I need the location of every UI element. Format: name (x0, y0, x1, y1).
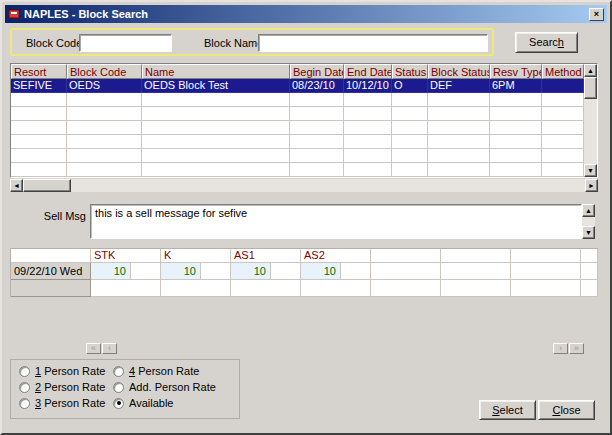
rate-cell-as1[interactable]: 10 (231, 263, 301, 280)
radio-3-person-rate[interactable]: 3 Person Rate (19, 397, 105, 409)
result-cell-block-status: DEF (428, 79, 490, 93)
column-header-name[interactable]: Name (142, 64, 290, 79)
scroll-track[interactable] (584, 99, 597, 164)
rate-cell-empty[interactable] (161, 280, 231, 297)
close-window-button[interactable]: × (589, 8, 604, 21)
rate-column-header-k[interactable]: K (161, 249, 231, 263)
result-cell-method (542, 79, 584, 93)
rate-column-header-as2[interactable]: AS2 (301, 249, 371, 263)
results-grid-header: Resort Block Code Name Begin Date End Da… (11, 64, 584, 79)
search-panel: Block Code Block Name (10, 28, 494, 56)
rate-cell-empty[interactable] (371, 263, 441, 280)
grid-cell (428, 149, 490, 163)
radio-available[interactable]: Available (113, 397, 173, 409)
results-grid: Resort Block Code Name Begin Date End Da… (10, 63, 598, 178)
scroll-thumb[interactable] (23, 179, 71, 192)
grid-cell (344, 93, 392, 107)
result-row[interactable] (11, 107, 584, 121)
rate-cell-empty[interactable] (581, 280, 598, 297)
sell-msg-textarea[interactable]: this is a sell message for sefive (90, 204, 582, 239)
scroll-track[interactable] (582, 217, 595, 226)
rate-cell-empty[interactable] (301, 280, 371, 297)
scroll-down-button[interactable]: ▼ (584, 164, 597, 177)
result-cell-resv-type: 6PM (490, 79, 542, 93)
column-header-resort[interactable]: Resort (11, 64, 67, 79)
rate-cell-empty[interactable] (91, 280, 161, 297)
column-header-block-status[interactable]: Block Status (428, 64, 490, 79)
pager-next-button[interactable]: › (553, 343, 568, 354)
pager-prev-button[interactable]: ‹ (102, 343, 117, 354)
block-code-label: Block Code (26, 37, 82, 49)
rate-cell-empty[interactable] (511, 263, 581, 280)
column-header-end-date[interactable]: End Date (344, 64, 392, 79)
scroll-right-button[interactable]: ► (585, 179, 598, 192)
column-header-resv-type[interactable]: Resv Type (490, 64, 542, 79)
app-icon (8, 8, 20, 20)
result-row[interactable] (11, 163, 584, 177)
rate-column-header-as1[interactable]: AS1 (231, 249, 301, 263)
close-button[interactable]: Close (538, 400, 595, 420)
results-grid-horizontal-scrollbar[interactable]: ◄ ► (10, 179, 598, 192)
rate-column-header-stk[interactable]: STK (91, 249, 161, 263)
search-button[interactable]: Search (515, 32, 578, 53)
scroll-thumb[interactable] (584, 77, 597, 99)
results-grid-vertical-scrollbar[interactable]: ▲ ▼ (584, 64, 597, 177)
select-button[interactable]: Select (479, 400, 536, 420)
grid-cell (490, 121, 542, 135)
radio-icon (19, 366, 30, 377)
grid-cell (392, 149, 428, 163)
block-name-input[interactable] (258, 34, 488, 52)
radio-2-person-rate[interactable]: 2 Person Rate (19, 381, 105, 393)
block-code-input[interactable] (79, 34, 172, 52)
radio-1-person-rate[interactable]: 1 Person Rate (19, 365, 105, 377)
rate-cell-k[interactable]: 10 (161, 263, 231, 280)
radio-4-person-rate[interactable]: 4 Person Rate (113, 365, 199, 377)
grid-cell (490, 163, 542, 177)
rate-value: 10 (231, 263, 271, 279)
grid-cell (11, 107, 67, 121)
radio-add-person-rate[interactable]: Add. Person Rate (113, 381, 216, 393)
rate-cell-stk[interactable]: 10 (91, 263, 161, 280)
sell-msg-scrollbar[interactable]: ▲ ▼ (582, 204, 595, 239)
rate-row-label: 09/22/10 Wed (11, 263, 91, 280)
grid-cell (142, 107, 290, 121)
result-row[interactable] (11, 121, 584, 135)
rate-cell-empty[interactable] (371, 280, 441, 297)
grid-cell (490, 107, 542, 121)
grid-cell (344, 149, 392, 163)
scroll-up-button[interactable]: ▲ (582, 204, 595, 217)
grid-cell (392, 163, 428, 177)
grid-cell (428, 93, 490, 107)
radio-icon (19, 398, 30, 409)
scroll-left-button[interactable]: ◄ (10, 179, 23, 192)
result-row[interactable] (11, 149, 584, 163)
column-header-block-code[interactable]: Block Code (67, 64, 142, 79)
title-bar[interactable]: NAPLES - Block Search × (5, 5, 607, 23)
scroll-down-button[interactable]: ▼ (582, 226, 595, 239)
rate-cell-empty[interactable] (581, 263, 598, 280)
rate-column-header-empty (581, 249, 598, 263)
result-row[interactable] (11, 93, 584, 107)
result-row-selected[interactable]: SEFIVE OEDS OEDS Block Test 08/23/10 10/… (11, 79, 584, 93)
scroll-up-button[interactable]: ▲ (584, 64, 597, 77)
column-header-method[interactable]: Method (542, 64, 584, 79)
pager-first-button[interactable]: « (86, 343, 101, 354)
grid-cell (290, 135, 344, 149)
rate-value: 10 (91, 263, 131, 279)
grid-cell (542, 121, 584, 135)
column-header-begin-date[interactable]: Begin Date (290, 64, 344, 79)
radio-icon (113, 382, 124, 393)
grid-cell (392, 107, 428, 121)
scroll-track[interactable] (71, 179, 585, 192)
pager-last-button[interactable]: » (569, 343, 584, 354)
rate-cell-empty[interactable] (511, 280, 581, 297)
rate-cell-empty[interactable] (441, 263, 511, 280)
result-row[interactable] (11, 135, 584, 149)
rate-cell-as2[interactable]: 10 (301, 263, 371, 280)
rate-row-label (11, 280, 91, 297)
rate-cell-empty[interactable] (441, 280, 511, 297)
block-name-label: Block Name (204, 37, 263, 49)
column-header-status[interactable]: Status (392, 64, 428, 79)
rate-cell-empty[interactable] (231, 280, 301, 297)
grid-cell (11, 149, 67, 163)
